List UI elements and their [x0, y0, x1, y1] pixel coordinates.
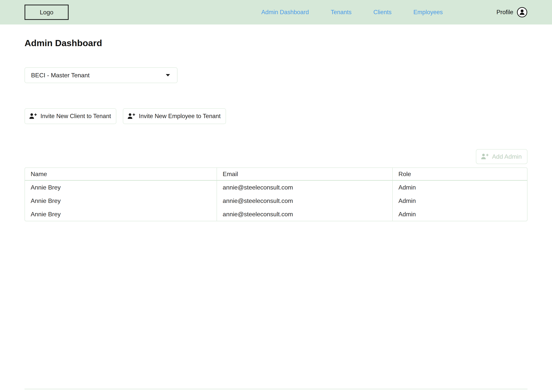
footer-divider — [25, 389, 527, 389]
tenant-select-value: BECI - Master Tenant — [31, 72, 89, 79]
cell-email: annie@steeleconsult.com — [217, 208, 392, 221]
cell-role: Admin — [392, 208, 527, 221]
cell-email: annie@steeleconsult.com — [217, 181, 392, 194]
nav-item-admin-dashboard[interactable]: Admin Dashboard — [261, 9, 309, 16]
logo[interactable]: Logo — [25, 5, 69, 20]
invite-new-client-button[interactable]: Invite New Client to Tenant — [25, 108, 116, 124]
logo-label: Logo — [40, 9, 53, 16]
invite-actions-row: Invite New Client to Tenant Invite New E… — [25, 108, 527, 124]
table-header: Name Email Role — [25, 168, 527, 181]
add-admin-label: Add Admin — [492, 153, 522, 160]
main-nav: Admin Dashboard Tenants Clients Employee… — [261, 9, 443, 16]
invite-new-employee-label: Invite New Employee to Tenant — [139, 113, 221, 120]
nav-item-tenants[interactable]: Tenants — [331, 9, 351, 16]
table-row: Annie Brey annie@steeleconsult.com Admin — [25, 181, 527, 194]
person-add-icon — [127, 113, 136, 120]
cell-name: Annie Brey — [25, 181, 217, 194]
person-add-icon — [29, 113, 37, 120]
table-row: Annie Brey annie@steeleconsult.com Admin — [25, 208, 527, 221]
cell-role: Admin — [392, 194, 527, 208]
profile-menu[interactable]: Profile — [496, 7, 527, 18]
top-nav-bar: Logo Admin Dashboard Tenants Clients Emp… — [0, 0, 552, 25]
admins-table-container: Name Email Role Annie Brey annie@steelec… — [25, 168, 527, 221]
table-row: Annie Brey annie@steeleconsult.com Admin — [25, 194, 527, 208]
profile-label: Profile — [496, 9, 513, 16]
column-header-email: Email — [217, 168, 392, 181]
cell-name: Annie Brey — [25, 194, 217, 208]
cell-role: Admin — [392, 181, 527, 194]
nav-item-clients[interactable]: Clients — [373, 9, 392, 16]
tenant-select-dropdown[interactable]: BECI - Master Tenant — [25, 67, 177, 83]
admins-table: Name Email Role Annie Brey annie@steelec… — [25, 168, 527, 221]
page-title: Admin Dashboard — [25, 38, 527, 48]
cell-email: annie@steeleconsult.com — [217, 194, 392, 208]
add-admin-row: Add Admin — [25, 149, 527, 164]
cell-name: Annie Brey — [25, 208, 217, 221]
invite-new-client-label: Invite New Client to Tenant — [40, 113, 111, 120]
add-admin-button[interactable]: Add Admin — [476, 149, 527, 164]
chevron-down-icon — [166, 74, 170, 77]
nav-item-employees[interactable]: Employees — [414, 9, 443, 16]
invite-new-employee-button[interactable]: Invite New Employee to Tenant — [123, 108, 226, 124]
column-header-name: Name — [25, 168, 217, 181]
profile-icon[interactable] — [517, 7, 527, 18]
person-add-icon — [481, 153, 489, 160]
column-header-role: Role — [392, 168, 527, 181]
table-body: Annie Brey annie@steeleconsult.com Admin… — [25, 181, 527, 221]
main-content: Admin Dashboard BECI - Master Tenant Inv… — [0, 38, 552, 221]
